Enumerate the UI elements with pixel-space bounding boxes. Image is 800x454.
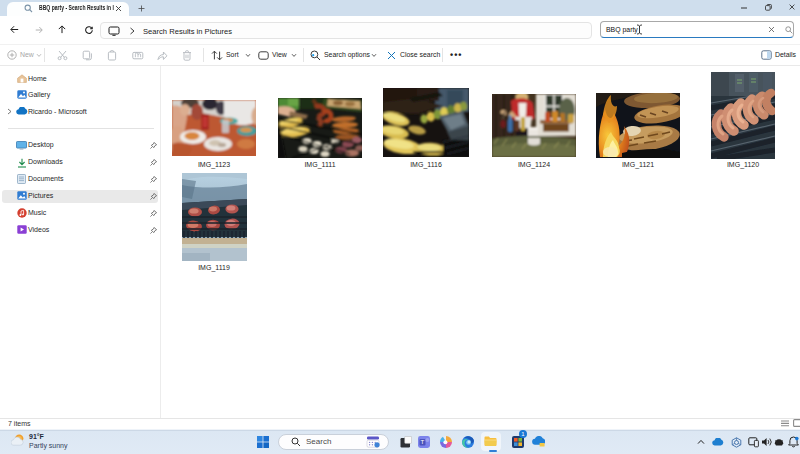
svg-text:T: T — [421, 439, 425, 445]
